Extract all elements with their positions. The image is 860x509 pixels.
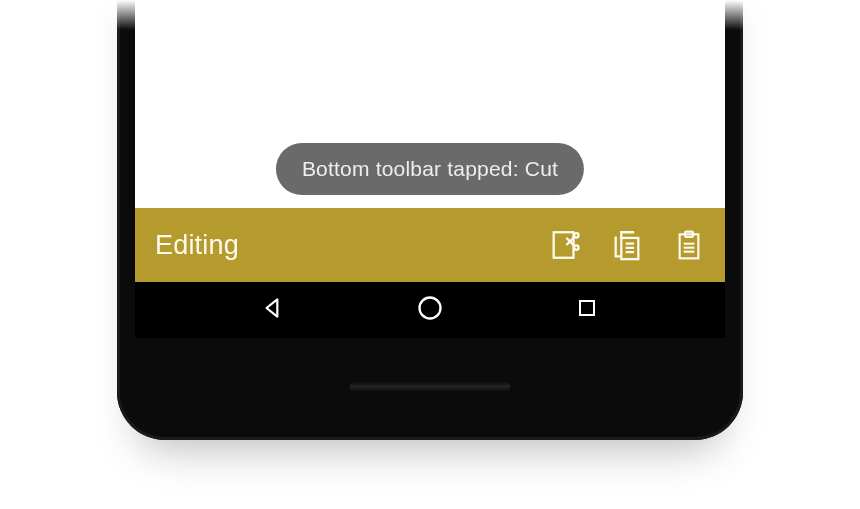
nav-home-button[interactable] bbox=[390, 282, 470, 338]
editing-toolbar: Editing bbox=[135, 208, 725, 282]
nav-back-button[interactable] bbox=[233, 282, 313, 338]
paste-icon bbox=[673, 228, 705, 262]
cut-button[interactable] bbox=[547, 227, 583, 263]
toast: Bottom toolbar tapped: Cut bbox=[276, 143, 584, 195]
svg-point-3 bbox=[574, 233, 579, 238]
phone-body: Bottom toolbar tapped: Cut Editing bbox=[117, 0, 743, 440]
stage: Bottom toolbar tapped: Cut Editing bbox=[0, 0, 860, 509]
svg-rect-0 bbox=[554, 232, 574, 258]
toolbar-title: Editing bbox=[155, 230, 547, 261]
toast-text: Bottom toolbar tapped: Cut bbox=[302, 157, 558, 180]
phone-screen: Bottom toolbar tapped: Cut Editing bbox=[135, 0, 725, 338]
back-icon bbox=[260, 295, 286, 325]
home-icon bbox=[416, 294, 444, 326]
copy-button[interactable] bbox=[609, 227, 645, 263]
android-nav-bar bbox=[135, 282, 725, 338]
svg-rect-16 bbox=[580, 301, 594, 315]
phone-speaker bbox=[350, 382, 510, 392]
svg-point-15 bbox=[419, 298, 440, 319]
recents-icon bbox=[575, 296, 599, 324]
svg-point-4 bbox=[574, 245, 579, 250]
toolbar-actions bbox=[547, 227, 713, 263]
app-content: Bottom toolbar tapped: Cut bbox=[135, 0, 725, 208]
cut-icon bbox=[548, 228, 582, 262]
svg-marker-14 bbox=[267, 299, 278, 316]
nav-recents-button[interactable] bbox=[547, 282, 627, 338]
paste-button[interactable] bbox=[671, 227, 707, 263]
copy-icon bbox=[610, 228, 644, 262]
